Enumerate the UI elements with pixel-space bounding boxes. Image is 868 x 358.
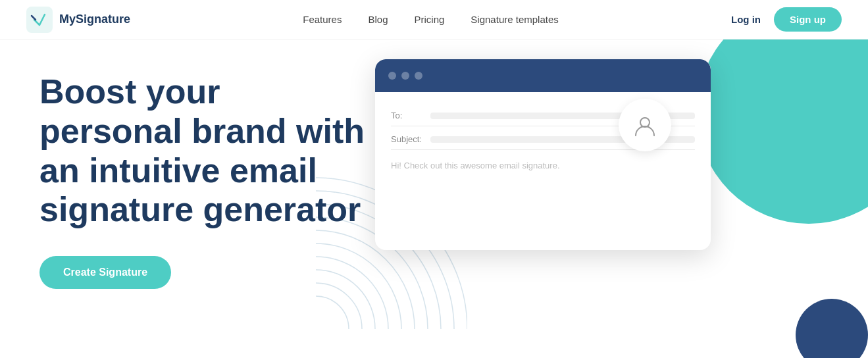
- email-mockup-card: To: Subject: Hi! Check out this awesome …: [375, 59, 711, 250]
- nav-links: Features Blog Pricing Signature template…: [303, 14, 559, 25]
- brand-name: MySignature: [59, 13, 130, 26]
- to-label: To:: [391, 111, 430, 120]
- nav-link-pricing[interactable]: Pricing: [414, 14, 444, 25]
- login-button[interactable]: Log in: [731, 14, 761, 25]
- header-dot-3: [415, 72, 422, 80]
- nav-link-features[interactable]: Features: [303, 14, 342, 25]
- teal-circle-decoration: [697, 39, 868, 224]
- navbar: MySignature Features Blog Pricing Signat…: [0, 0, 868, 39]
- logo-icon: [26, 7, 53, 33]
- avatar-circle: [619, 99, 671, 151]
- main-content: Boost your personal brand with an intuit…: [0, 39, 868, 358]
- subject-label: Subject:: [391, 134, 430, 144]
- hero-title: Boost your personal brand with an intuit…: [39, 72, 369, 230]
- email-body-preview: Hi! Check out this awesome email signatu…: [391, 161, 695, 170]
- nav-link-signature-templates[interactable]: Signature templates: [471, 14, 558, 25]
- avatar-icon: [633, 113, 657, 137]
- navbar-brand: MySignature: [26, 7, 130, 33]
- svg-rect-0: [26, 7, 53, 33]
- header-dot-2: [401, 72, 409, 80]
- dark-circle-decoration: [796, 299, 868, 358]
- nav-link-blog[interactable]: Blog: [368, 14, 388, 25]
- email-card-header: [375, 59, 711, 92]
- signup-button[interactable]: Sign up: [774, 7, 842, 32]
- navbar-actions: Log in Sign up: [731, 7, 842, 32]
- create-signature-button[interactable]: Create Signature: [39, 256, 171, 289]
- svg-point-1: [640, 118, 650, 127]
- hero-section: Boost your personal brand with an intuit…: [0, 39, 395, 358]
